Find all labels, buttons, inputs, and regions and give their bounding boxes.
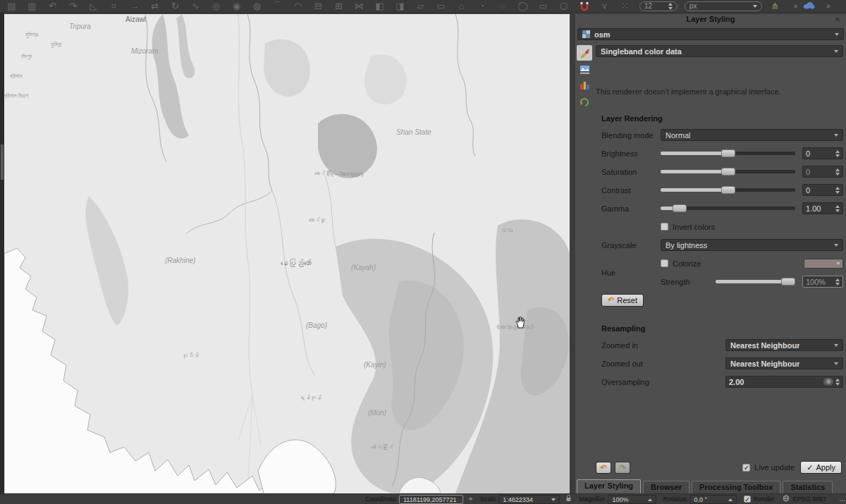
map-canvas[interactable]: AizawlTripuraMizoramমুন্সিগঞ্জকুমিল্লাচা… (4, 14, 570, 493)
toolbar-overflow-chevron-2[interactable]: » (827, 2, 831, 10)
copy-move-feature-icon[interactable]: ⇄ (149, 1, 161, 12)
scale-dropdown[interactable]: 1:4622334 (498, 495, 560, 504)
live-update-checkbox[interactable]: ✓ (742, 464, 750, 472)
colorize-label: Colorize (673, 259, 701, 268)
crs-globe-icon[interactable] (783, 495, 790, 503)
offset-curve-icon[interactable]: ◠ (292, 1, 304, 12)
clear-value-icon[interactable]: ⊗ (823, 378, 833, 386)
multiedit-icon[interactable]: ⌂ (455, 1, 467, 12)
circle-icon[interactable]: ○ (496, 1, 508, 12)
merge-attributes-icon[interactable]: ◧ (374, 1, 386, 12)
check-icon: ✓ (807, 463, 813, 472)
magnifier-spinbox[interactable]: 100% (608, 495, 656, 504)
zoomed-in-dropdown[interactable]: Nearest Neighbour (725, 339, 843, 351)
saturation-slider[interactable] (661, 166, 795, 178)
brightness-spinbox[interactable]: 0 (802, 147, 843, 159)
contrast-slider[interactable] (661, 184, 795, 196)
brightness-label: Brightness (601, 149, 661, 158)
toolbar-overflow-chevron[interactable]: » (794, 2, 798, 10)
trim-extend-icon[interactable]: ◨ (394, 1, 406, 12)
styling-tab-strip (577, 45, 593, 110)
contrast-label: Contrast (601, 186, 661, 195)
snapping-magnet-icon[interactable] (578, 1, 590, 12)
undo-style-button[interactable]: ↶ (596, 462, 611, 474)
snapping-tolerance-spinner[interactable]: 12 (639, 1, 678, 11)
renderer-dropdown[interactable]: Singleband color data (596, 45, 843, 57)
undo-icon[interactable]: ↶ (47, 1, 59, 12)
split-parts-icon[interactable]: ⊞ (333, 1, 345, 12)
redo-icon: ↷ (619, 463, 625, 472)
tab-histogram[interactable] (577, 78, 592, 93)
vertex-tool-icon[interactable]: ⌗ (108, 1, 120, 12)
delete-ring-icon[interactable]: ▱ (415, 1, 427, 12)
colorize-color-swatch[interactable] (804, 259, 843, 269)
print-layout-icon[interactable]: ▤ (6, 1, 18, 12)
gamma-slider[interactable] (661, 202, 795, 214)
fill-ring-icon[interactable]: ◍ (251, 1, 263, 12)
cloud-icon[interactable] (802, 1, 814, 12)
add-part-icon[interactable]: ◉ (231, 1, 243, 12)
split-features-icon[interactable]: ⊟ (312, 1, 324, 12)
toolbar-icon-group: ▤▥↶↷◺⌗→⇄↻∿◎◉◍⌒◠⊟⊞⋈◧◨▱▭⌂◔○◯▭⬡ (6, 1, 578, 12)
colorize-checkbox[interactable] (661, 259, 668, 267)
tab-statistics[interactable]: Statistics (783, 481, 833, 493)
topological-editing-icon[interactable]: ⋎ (599, 1, 611, 12)
saturation-spinbox[interactable]: 0 (802, 166, 843, 178)
reshape-features-icon[interactable]: ⌒ (271, 1, 283, 12)
zoomed-out-label: Zoomed out (601, 359, 725, 368)
zoomed-out-dropdown[interactable]: Nearest Neighbour (725, 357, 843, 369)
coordinate-field[interactable]: 11181199,2057721 (399, 495, 463, 504)
add-ring-icon[interactable]: ◎ (210, 1, 222, 12)
rotation-spinbox[interactable]: 0.0 ° (689, 495, 737, 504)
rectangle-icon[interactable]: ▭ (537, 1, 549, 12)
grayscale-dropdown[interactable]: By lightness (661, 239, 843, 251)
ellipse-icon[interactable]: ◯ (517, 1, 529, 12)
strength-spinbox[interactable]: 100% (802, 276, 843, 288)
simplify-feature-icon[interactable]: ∿ (190, 1, 202, 12)
redo-style-button[interactable]: ↷ (615, 462, 630, 474)
rotate-feature-icon[interactable]: ↻ (169, 1, 181, 12)
map-graphics (4, 14, 570, 493)
circular-string-icon[interactable]: ◔ (476, 1, 488, 12)
delete-part-icon[interactable]: ▭ (435, 1, 447, 12)
snapping-unit-dropdown[interactable]: px (685, 1, 762, 11)
scale-label: Scale (480, 496, 496, 503)
contrast-spinbox[interactable]: 0 (802, 184, 843, 196)
crs-value[interactable]: EPSG:3857 (792, 496, 826, 503)
redo-icon[interactable]: ↷ (67, 1, 79, 12)
tab-transparency[interactable] (577, 61, 592, 77)
tracing-icon[interactable]: ⋔ (769, 1, 781, 12)
tab-processing-toolbox[interactable]: Processing Toolbox (692, 481, 780, 493)
apply-button[interactable]: ✓ Apply (800, 461, 842, 474)
layer-selector[interactable]: osm (577, 28, 844, 40)
tab-layer-styling[interactable]: Layer Styling (577, 479, 641, 493)
strength-slider[interactable] (716, 276, 795, 288)
messages-button[interactable]: … (839, 495, 846, 503)
tab-browser[interactable]: Browser (643, 481, 689, 493)
transparency-icon (580, 65, 590, 74)
blending-mode-dropdown[interactable]: Normal (661, 129, 843, 141)
coordinate-label: Coordinate (365, 496, 396, 503)
reset-button[interactable]: ↶ Reset (601, 294, 644, 307)
regular-polygon-icon[interactable]: ⬡ (558, 1, 570, 12)
dock-handle[interactable] (1, 145, 4, 180)
lock-scale-icon[interactable] (565, 495, 572, 503)
coordinate-capture-icon[interactable]: ⌖ (469, 495, 473, 503)
zoomed-in-label: Zoomed in (601, 341, 725, 350)
show-forms-icon[interactable]: ▥ (26, 1, 38, 12)
tab-symbology[interactable] (577, 45, 592, 61)
move-feature-icon[interactable]: → (128, 1, 140, 12)
close-icon[interactable]: × (833, 14, 842, 25)
brightness-slider[interactable] (661, 147, 795, 159)
history-arrow-icon (580, 97, 590, 106)
gamma-spinbox[interactable]: 1.00 (802, 202, 843, 214)
merge-features-icon[interactable]: ⋈ (353, 1, 365, 12)
invert-colors-checkbox[interactable] (661, 223, 668, 231)
measure-icon[interactable]: ◺ (87, 1, 99, 12)
snapping-options-icon[interactable]: ⁙ (619, 1, 631, 12)
renderer-note: This renderer doesn't implement a graphi… (596, 87, 843, 96)
render-checkbox[interactable]: ✓ (744, 496, 751, 503)
strength-label: Strength (661, 278, 716, 286)
tab-history[interactable] (577, 94, 592, 109)
oversampling-spinbox[interactable]: 2.00 ⊗ (725, 376, 843, 388)
